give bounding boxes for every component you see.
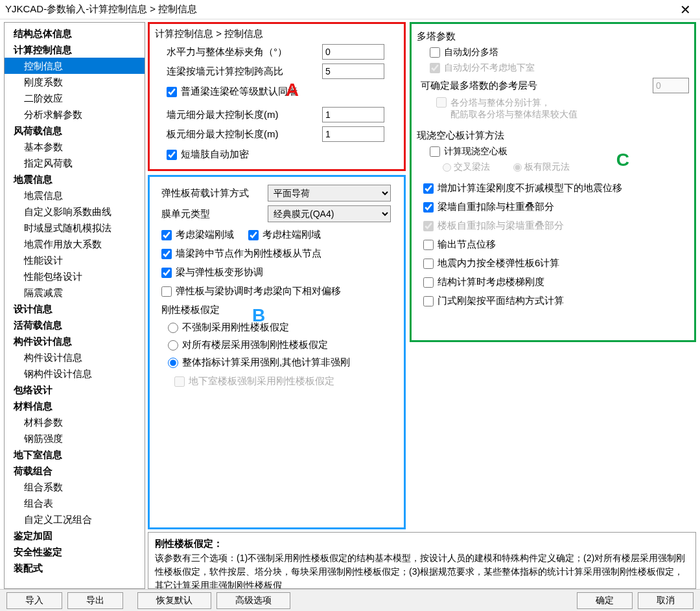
tree-item[interactable]: 风荷载信息 <box>5 122 145 139</box>
tree-item[interactable]: 分析求解参数 <box>5 106 145 122</box>
beam-concrete-label: 普通梁连梁砼等级默认同墙 <box>181 86 298 98</box>
rigid-r2[interactable] <box>168 340 178 351</box>
membrane-type-select[interactable]: 经典膜元(QA4) <box>268 205 391 222</box>
beam-slab-deform-chk[interactable] <box>161 268 172 278</box>
export-button[interactable]: 导出 <box>67 592 123 609</box>
basement-rigid-chk <box>174 376 185 387</box>
tree-item[interactable]: 组合系数 <box>5 479 145 495</box>
desc-text: 该参数有三个选项：(1)不强制采用刚性楼板假定的结构基本模型，按设计人员的建模和… <box>155 551 689 590</box>
hollow-slab-title: 现浇空心板计算方法 <box>417 130 689 142</box>
content-area: A 计算控制信息 > 控制信息 水平力与整体坐标夹角（°） 连梁按墙元计算控制跨… <box>148 22 696 589</box>
tree-item[interactable]: 计算控制信息 <box>5 41 145 58</box>
angle-input[interactable] <box>322 44 384 60</box>
calc-hollow-chk[interactable] <box>430 146 440 157</box>
tree-item[interactable]: 指定风荷载 <box>5 155 145 171</box>
breadcrumb: 计算控制信息 > 控制信息 <box>155 28 399 40</box>
left-column: A 计算控制信息 > 控制信息 水平力与整体坐标夹角（°） 连梁按墙元计算控制跨… <box>148 22 406 529</box>
advanced-button[interactable]: 高级选项 <box>216 592 290 609</box>
panel-b: B 弹性板荷载计算方式 平面导荷 膜单元类型 经典膜元(QA4) 考虑梁端刚域 … <box>148 175 406 529</box>
desc-title: 刚性楼板假定： <box>155 536 689 551</box>
beam-end-rigid-chk[interactable] <box>161 230 172 240</box>
elastic-load-label: 弹性板荷载计算方式 <box>155 187 264 200</box>
ref-floor-label: 可确定最多塔数的参考层号 <box>421 80 537 92</box>
rigid-r3[interactable] <box>168 358 178 368</box>
tree-item[interactable]: 隔震减震 <box>5 284 145 301</box>
tree-item[interactable]: 地震信息 <box>5 171 145 187</box>
tree-item[interactable]: 装配式 <box>5 560 145 576</box>
tree-item[interactable]: 荷载组合 <box>5 463 145 479</box>
output-node-chk[interactable] <box>423 240 434 250</box>
tree-item[interactable]: 安全性鉴定 <box>5 544 145 560</box>
tree-item[interactable]: 构件设计信息 <box>5 349 145 365</box>
import-button[interactable]: 导入 <box>6 592 62 609</box>
span-ratio-input[interactable] <box>322 63 384 79</box>
tree-item[interactable]: 性能设计 <box>5 252 145 268</box>
tree-item[interactable]: 设计信息 <box>5 301 145 317</box>
wall-mesh-label: 墙元细分最大控制长度(m) <box>155 109 318 121</box>
tree-item[interactable]: 自定义工况组合 <box>5 511 145 527</box>
tree-item[interactable]: 地震信息 <box>5 187 145 203</box>
ignore-basement-chk <box>430 63 440 73</box>
tree-item[interactable]: 包络设计 <box>5 382 145 398</box>
nav-tree[interactable]: 结构总体信息计算控制信息控制信息刚度系数二阶效应分析求解参数风荷载信息基本参数指… <box>4 22 145 589</box>
elastic-load-select[interactable]: 平面导荷 <box>268 185 391 202</box>
tree-item[interactable]: 组合表 <box>5 495 145 511</box>
tree-item[interactable]: 二阶效应 <box>5 90 145 106</box>
tree-item[interactable]: 时域显式随机模拟法 <box>5 220 145 236</box>
marker-c: C <box>616 150 629 170</box>
short-wall-label: 短墙肢自动加密 <box>181 148 249 161</box>
beam-concrete-chk[interactable] <box>167 87 177 97</box>
cancel-button[interactable]: 取消 <box>638 592 694 609</box>
panel-c: C 多塔参数 自动划分多塔 自动划分不考虑地下室 可确定最多塔数的参考层号 各分… <box>410 22 696 342</box>
slab-mesh-input[interactable] <box>322 126 384 142</box>
membrane-type-label: 膜单元类型 <box>155 208 264 220</box>
cross-beam-radio <box>443 163 451 172</box>
seismic-elastic6-chk[interactable] <box>423 259 434 269</box>
panel-a: A 计算控制信息 > 控制信息 水平力与整体坐标夹角（°） 连梁按墙元计算控制跨… <box>148 22 406 171</box>
span-ratio-label: 连梁按墙元计算控制跨高比 <box>155 65 318 78</box>
marker-b: B <box>252 305 265 326</box>
tree-item[interactable]: 自定义影响系数曲线 <box>5 203 145 220</box>
unreduced-disp-chk[interactable] <box>423 183 434 194</box>
tree-item[interactable]: 鉴定加固 <box>5 527 145 544</box>
portal-frame-chk[interactable] <box>423 296 434 306</box>
slab-weight-chk <box>423 221 434 231</box>
beam-wall-weight-chk[interactable] <box>423 202 434 213</box>
tree-item[interactable]: 钢筋强度 <box>5 430 145 446</box>
restore-button[interactable]: 恢复默认 <box>137 592 211 609</box>
wall-mesh-input[interactable] <box>322 107 384 122</box>
title-bar: YJKCAD-参数输入-计算控制信息 > 控制信息 ✕ <box>0 0 700 19</box>
multi-tower-title: 多塔参数 <box>417 30 689 43</box>
fem-radio <box>513 163 522 172</box>
tree-item[interactable]: 地下室信息 <box>5 446 145 463</box>
tree-item[interactable]: 钢构件设计信息 <box>5 365 145 382</box>
tree-item[interactable]: 基本参数 <box>5 139 145 155</box>
tree-item[interactable]: 活荷载信息 <box>5 317 145 333</box>
tree-item[interactable]: 结构总体信息 <box>5 25 145 41</box>
tree-item[interactable]: 地震作用放大系数 <box>5 236 145 252</box>
short-wall-chk[interactable] <box>167 150 177 160</box>
tree-item[interactable]: 材料参数 <box>5 414 145 430</box>
angle-label: 水平力与整体坐标夹角（°） <box>155 46 318 58</box>
panels-row: A 计算控制信息 > 控制信息 水平力与整体坐标夹角（°） 连梁按墙元计算控制跨… <box>148 22 696 529</box>
ref-floor-input <box>653 78 689 93</box>
slab-mesh-label: 板元细分最大控制长度(m) <box>155 128 318 141</box>
tree-item[interactable]: 控制信息 <box>5 58 145 74</box>
tree-item[interactable]: 性能包络设计 <box>5 268 145 284</box>
rigid-floor-title: 刚性楼板假定 <box>161 304 399 316</box>
ok-button[interactable]: 确定 <box>577 592 633 609</box>
window-title: YJKCAD-参数输入-计算控制信息 > 控制信息 <box>5 3 676 16</box>
tree-item[interactable]: 构件设计信息 <box>5 333 145 349</box>
tree-item[interactable]: 刚度系数 <box>5 74 145 90</box>
tree-item[interactable]: 材料信息 <box>5 398 145 414</box>
beam-offset-chk[interactable] <box>161 286 172 297</box>
stair-stiffness-chk[interactable] <box>423 277 434 288</box>
description-box[interactable]: 刚性楼板假定： 该参数有三个选项：(1)不强制采用刚性楼板假定的结构基本模型，按… <box>148 532 696 589</box>
close-icon[interactable]: ✕ <box>676 2 695 17</box>
rigid-r1[interactable] <box>168 323 178 333</box>
wall-beam-node-chk[interactable] <box>161 249 172 259</box>
col-end-rigid-chk[interactable] <box>248 230 259 240</box>
separate-calc-chk <box>436 97 447 108</box>
marker-a: A <box>286 80 299 100</box>
auto-split-chk[interactable] <box>430 47 440 58</box>
